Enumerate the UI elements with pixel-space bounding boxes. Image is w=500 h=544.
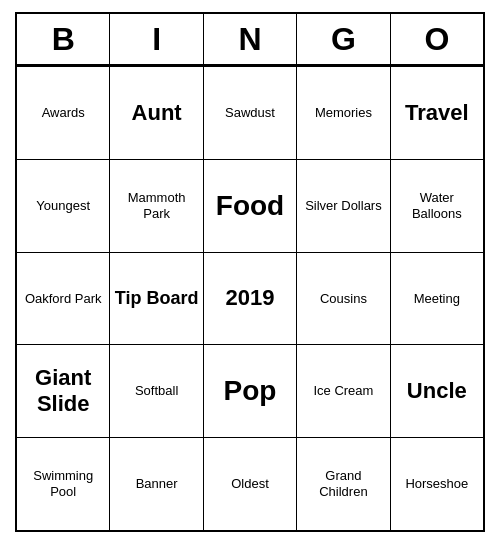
header-letter-O: O [391, 14, 483, 64]
bingo-cell-3-4: Uncle [391, 345, 483, 437]
bingo-cell-4-1: Banner [110, 438, 203, 530]
header-letter-G: G [297, 14, 390, 64]
bingo-cell-0-1: Aunt [110, 67, 203, 159]
bingo-grid: AwardsAuntSawdustMemoriesTravelYoungestM… [17, 66, 483, 530]
bingo-cell-2-1: Tip Board [110, 253, 203, 345]
bingo-cell-1-0: Youngest [17, 160, 110, 252]
bingo-row-2: Oakford ParkTip Board2019CousinsMeeting [17, 252, 483, 345]
bingo-cell-0-2: Sawdust [204, 67, 297, 159]
bingo-cell-4-4: Horseshoe [391, 438, 483, 530]
header-letter-I: I [110, 14, 203, 64]
bingo-row-4: Swimming PoolBannerOldestGrand ChildrenH… [17, 437, 483, 530]
bingo-cell-0-3: Memories [297, 67, 390, 159]
bingo-cell-4-2: Oldest [204, 438, 297, 530]
bingo-cell-0-0: Awards [17, 67, 110, 159]
bingo-cell-3-0: Giant Slide [17, 345, 110, 437]
bingo-cell-4-0: Swimming Pool [17, 438, 110, 530]
bingo-row-1: YoungestMammoth ParkFoodSilver DollarsWa… [17, 159, 483, 252]
header-letter-B: B [17, 14, 110, 64]
bingo-cell-2-4: Meeting [391, 253, 483, 345]
bingo-card: BINGO AwardsAuntSawdustMemoriesTravelYou… [15, 12, 485, 532]
bingo-cell-2-0: Oakford Park [17, 253, 110, 345]
bingo-row-0: AwardsAuntSawdustMemoriesTravel [17, 66, 483, 159]
bingo-cell-1-1: Mammoth Park [110, 160, 203, 252]
bingo-cell-4-3: Grand Children [297, 438, 390, 530]
header-letter-N: N [204, 14, 297, 64]
bingo-cell-3-2: Pop [204, 345, 297, 437]
bingo-cell-3-1: Softball [110, 345, 203, 437]
bingo-cell-1-2: Food [204, 160, 297, 252]
bingo-cell-0-4: Travel [391, 67, 483, 159]
bingo-cell-1-3: Silver Dollars [297, 160, 390, 252]
bingo-header: BINGO [17, 14, 483, 66]
bingo-row-3: Giant SlideSoftballPopIce CreamUncle [17, 344, 483, 437]
bingo-cell-2-2: 2019 [204, 253, 297, 345]
bingo-cell-1-4: Water Balloons [391, 160, 483, 252]
bingo-cell-3-3: Ice Cream [297, 345, 390, 437]
bingo-cell-2-3: Cousins [297, 253, 390, 345]
